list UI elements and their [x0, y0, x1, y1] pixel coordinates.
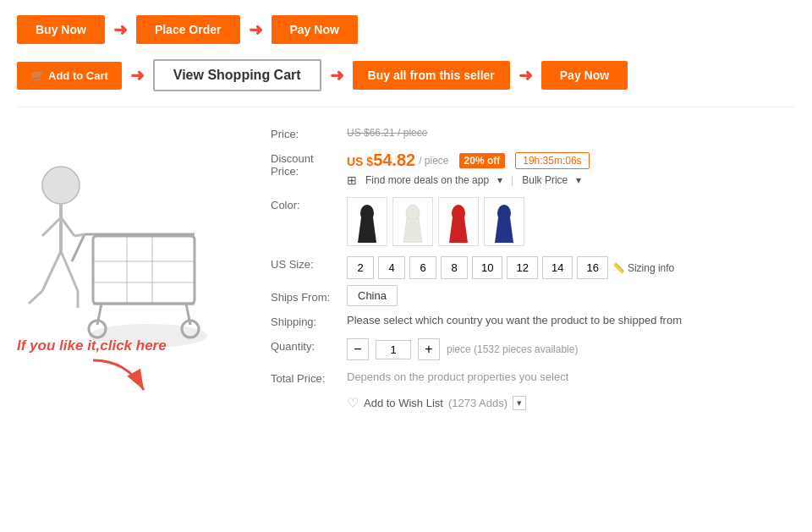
price-label: Price: — [271, 126, 347, 140]
discount-price-label: DiscountPrice: — [271, 151, 347, 178]
svg-rect-1 — [93, 236, 195, 304]
quantity-increase-button[interactable]: + — [418, 338, 440, 360]
product-details: Price: US $66.21 / piece DiscountPrice: … — [262, 126, 795, 421]
wishlist-text: Add to Wish List — [364, 397, 443, 409]
svg-line-20 — [29, 291, 42, 304]
page-wrapper: Buy Now ➜ Place Order ➜ Pay Now 🛒 Add to… — [0, 0, 812, 436]
per-piece-text: / piece — [419, 155, 448, 167]
discount-price-amount: US $54.82 — [347, 151, 415, 170]
ships-from-value: China — [347, 289, 795, 302]
svg-line-15 — [42, 217, 61, 236]
price-value: US $66.21 / piece — [347, 126, 795, 139]
wishlist-action[interactable]: ♡ Add to Wish List (1273 Adds) ▾ — [347, 395, 795, 411]
pay-now-button-1[interactable]: Pay Now — [272, 15, 358, 44]
size-label: US Size: — [271, 256, 347, 271]
color-swatches-container — [347, 197, 795, 246]
svg-point-13 — [42, 167, 80, 204]
ships-from-tag[interactable]: China — [347, 285, 398, 306]
size-btn-4[interactable]: 4 — [378, 256, 405, 279]
total-price-label: Total Price: — [271, 370, 347, 385]
quantity-control: − + piece (1532 pieces available) — [347, 338, 795, 360]
quantity-value-container: − + piece (1532 pieces available) — [347, 338, 795, 360]
total-price-text: Depends on the product properties you se… — [347, 370, 568, 383]
svg-line-18 — [42, 251, 61, 291]
discount-price-row: DiscountPrice: US $54.82 / piece 20% off… — [271, 151, 795, 187]
quantity-row: Quantity: − + piece (1532 pieces availab… — [271, 338, 795, 360]
discount-badge: 20% off — [459, 153, 506, 168]
ships-from-label: Ships From: — [271, 289, 347, 304]
quantity-info: piece (1532 pieces available) — [447, 343, 578, 355]
color-row: Color: — [271, 197, 795, 246]
original-price: US $66.21 / piece — [347, 127, 427, 139]
ruler-icon: 📏 — [612, 262, 625, 274]
currency-symbol: US $ — [347, 155, 373, 168]
action-row-2: 🛒 Add to Cart ➜ View Shopping Cart ➜ Buy… — [17, 59, 795, 107]
arrow-icon-2: ➜ — [249, 19, 263, 40]
quantity-label: Quantity: — [271, 338, 347, 353]
svg-line-8 — [72, 234, 85, 261]
product-image-area: If you like it,click here — [17, 126, 262, 421]
cart-figure — [17, 126, 237, 354]
svg-line-16 — [61, 217, 74, 236]
quantity-decrease-button[interactable]: − — [347, 338, 369, 360]
product-area: If you like it,click here Price: U — [17, 126, 795, 421]
size-btn-2[interactable]: 2 — [347, 256, 374, 279]
wishlist-row: ♡ Add to Wish List (1273 Adds) ▾ — [271, 395, 795, 411]
sizing-info-link[interactable]: 📏 Sizing info — [612, 262, 674, 274]
quantity-input[interactable] — [376, 340, 411, 359]
color-label: Color: — [271, 197, 347, 211]
discount-price-value: US $54.82 / piece 20% off 19h:35m:06s ⊞ … — [347, 151, 795, 187]
bulk-price-link[interactable]: Bulk Price — [522, 174, 568, 186]
price-row: Price: US $66.21 / piece — [271, 126, 795, 140]
size-btn-16[interactable]: 16 — [577, 256, 607, 279]
place-order-button[interactable]: Place Order — [136, 15, 240, 44]
size-btn-6[interactable]: 6 — [409, 256, 436, 279]
wishlist-dropdown-button[interactable]: ▾ — [513, 396, 526, 410]
size-buttons: 2 4 6 8 10 12 14 16 📏 Sizing info — [347, 256, 795, 279]
wishlist-spacer — [271, 395, 347, 397]
click-arrow-icon — [85, 356, 161, 398]
qr-icon: ⊞ — [347, 173, 357, 187]
view-shopping-cart-button[interactable]: View Shopping Cart — [153, 59, 321, 91]
color-swatch-navy[interactable] — [484, 197, 524, 246]
action-row-1: Buy Now ➜ Place Order ➜ Pay Now — [17, 15, 795, 44]
heart-icon: ♡ — [347, 395, 359, 411]
pay-now-button-2[interactable]: Pay Now — [541, 61, 628, 90]
shipping-value: Please select which country you want the… — [347, 314, 795, 326]
deals-row: ⊞ Find more deals on the app ▾ | Bulk Pr… — [347, 173, 795, 187]
svg-line-17 — [74, 234, 85, 236]
timer-badge: 19h:35m:06s — [515, 152, 589, 169]
shipping-row: Shipping: Please select which country yo… — [271, 314, 795, 328]
cart-icon-small: 🛒 — [30, 69, 44, 82]
size-row: US Size: 2 4 6 8 10 12 14 16 📏 Sizing in… — [271, 256, 795, 279]
total-price-row: Total Price: Depends on the product prop… — [271, 370, 795, 385]
ships-from-row: Ships From: China — [271, 289, 795, 304]
buy-now-button[interactable]: Buy Now — [17, 15, 105, 44]
color-swatch-red[interactable] — [438, 197, 479, 246]
size-btn-8[interactable]: 8 — [441, 256, 468, 279]
bulk-dropdown-icon[interactable]: ▾ — [576, 174, 581, 186]
svg-line-19 — [61, 251, 78, 291]
size-btn-10[interactable]: 10 — [472, 256, 502, 279]
color-swatches — [347, 197, 795, 246]
size-btn-12[interactable]: 12 — [507, 256, 537, 279]
deals-link[interactable]: Find more deals on the app — [365, 174, 489, 186]
size-btn-14[interactable]: 14 — [542, 256, 573, 279]
divider: | — [511, 174, 513, 186]
product-image-svg — [17, 126, 237, 354]
arrow-icon-3: ➜ — [130, 65, 145, 85]
buy-all-from-seller-button[interactable]: Buy all from this seller — [353, 61, 510, 90]
total-price-value: Depends on the product properties you se… — [347, 370, 795, 383]
size-buttons-container: 2 4 6 8 10 12 14 16 📏 Sizing info — [347, 256, 795, 279]
deals-dropdown-icon[interactable]: ▾ — [497, 174, 502, 186]
wishlist-count: (1273 Adds) — [448, 397, 508, 409]
arrow-icon-5: ➜ — [518, 65, 533, 85]
add-to-cart-button[interactable]: 🛒 Add to Cart — [17, 62, 122, 90]
shipping-text: Please select which country you want the… — [347, 314, 682, 326]
color-swatch-black[interactable] — [347, 197, 387, 246]
wishlist-container: ♡ Add to Wish List (1273 Adds) ▾ — [347, 395, 795, 411]
shipping-label: Shipping: — [271, 314, 347, 328]
arrow-icon-4: ➜ — [330, 65, 344, 85]
color-swatch-white[interactable] — [392, 197, 433, 246]
arrow-icon-1: ➜ — [113, 19, 128, 40]
